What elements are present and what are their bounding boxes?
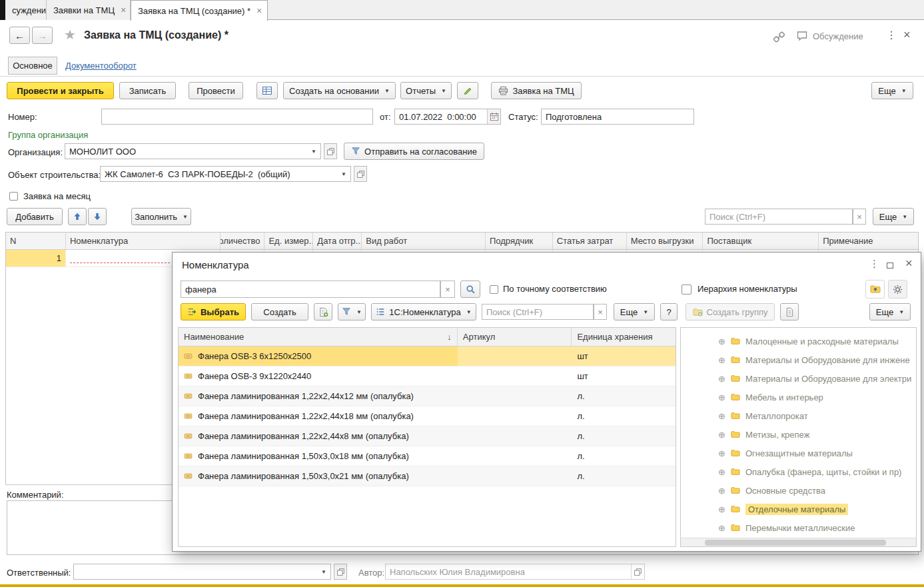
- select-button[interactable]: Выбрать: [181, 303, 246, 320]
- col-header[interactable]: Подрядчик: [486, 233, 553, 249]
- dialog-close-icon[interactable]: ×: [905, 257, 913, 269]
- move-up-button[interactable]: [68, 208, 87, 225]
- tree-item[interactable]: ⊕ Малоценные и расходные материалы: [681, 332, 916, 350]
- dialog-menu-icon[interactable]: ⋮: [869, 259, 879, 269]
- write-button[interactable]: Записать: [119, 82, 176, 99]
- window-tab-zayavka-create[interactable]: Заявка на ТМЦ (создание) * ×: [131, 0, 268, 21]
- col-header[interactable]: N: [6, 233, 66, 249]
- tree-item[interactable]: ⊕ Мебель и интерьер: [681, 388, 916, 406]
- col-header[interactable]: Номенклатура: [66, 233, 221, 249]
- form-close-icon[interactable]: ×: [903, 29, 911, 41]
- expand-icon[interactable]: ⊕: [718, 374, 725, 384]
- discussion-button[interactable]: Обсуждение: [797, 31, 863, 41]
- tree-item[interactable]: ⊕ Металлопрокат: [681, 406, 916, 425]
- list-row[interactable]: Фанера ламинированная 1,50х3,0х18 мм (оп…: [179, 446, 676, 466]
- add-row-button[interactable]: Добавить: [7, 208, 63, 225]
- list-row[interactable]: Фанера ламинированная 1,50х3,0х21 мм (оп…: [179, 466, 676, 486]
- dialog-list-search-input[interactable]: Поиск (Ctrl+F): [482, 304, 594, 320]
- tree-item[interactable]: ⊕ Перемычки металлические: [681, 518, 916, 537]
- col-header[interactable]: Вид работ: [362, 233, 486, 249]
- chevron-down-icon[interactable]: ▼: [317, 569, 326, 575]
- grid-more-button[interactable]: Еще ▼: [873, 208, 914, 225]
- tree-item[interactable]: ⊕ Материалы и Оборудование для инжене: [681, 350, 916, 369]
- tree-horizontal-scrollbar[interactable]: [681, 538, 916, 546]
- tree-item[interactable]: ⊕ Основные средства: [681, 481, 916, 500]
- link-icon[interactable]: [773, 31, 785, 43]
- expand-icon[interactable]: ⊕: [718, 504, 725, 514]
- col-header[interactable]: Статья затрат: [553, 233, 627, 249]
- chevron-down-icon[interactable]: ▼: [307, 149, 316, 155]
- list-row[interactable]: Фанера OSB-3 6х1250х2500 шт: [179, 346, 676, 366]
- post-and-close-button[interactable]: Провести и закрыть: [7, 82, 114, 99]
- post-button[interactable]: Провести: [189, 82, 243, 99]
- author-field[interactable]: Напольских Юлия Владимировна: [385, 564, 645, 580]
- create-button[interactable]: Создать: [251, 303, 308, 320]
- source-selector-button[interactable]: 1С:Номенклатура ▼: [371, 303, 476, 320]
- organization-combo[interactable]: МОНОЛИТ ООО ▼: [65, 143, 321, 159]
- reports-button[interactable]: Отчеты ▼: [400, 82, 452, 99]
- dialog-more-button[interactable]: Еще ▼: [614, 303, 655, 320]
- col-header-unit[interactable]: Единица хранения: [572, 328, 676, 346]
- list-row[interactable]: Фанера ламинированная 1,22х2,44х18 мм (о…: [179, 406, 676, 426]
- tree-item-highlighted[interactable]: ⊕ Отделочные материалы: [681, 500, 916, 518]
- forward-button[interactable]: →: [32, 27, 53, 44]
- tab-docflow[interactable]: Документооборот: [65, 61, 137, 71]
- hierarchy-checkbox[interactable]: [682, 285, 692, 294]
- dialog-list-search-clear-button[interactable]: ×: [594, 304, 607, 320]
- scrollbar-thumb[interactable]: [705, 540, 886, 546]
- col-header-name[interactable]: Наименование ↓: [179, 328, 458, 346]
- tree-copy-button[interactable]: [780, 303, 799, 320]
- grid-search-clear-button[interactable]: ×: [853, 209, 866, 225]
- toolbar-more-button[interactable]: Еще ▼: [871, 82, 913, 99]
- construction-object-combo[interactable]: ЖК Самолет-6 СЗ ПАРК-ПОБЕДЫ-2 (общий) ▼: [100, 166, 351, 182]
- construction-object-open-button[interactable]: [354, 166, 367, 182]
- expand-icon[interactable]: ⊕: [718, 467, 725, 477]
- calendar-button[interactable]: [487, 109, 500, 124]
- col-header[interactable]: Ед. измер...: [264, 233, 313, 249]
- col-header[interactable]: Место выгрузки: [627, 233, 703, 249]
- expand-icon[interactable]: ⊕: [718, 486, 725, 496]
- tree-item[interactable]: ⊕ Материалы и Оборудование для электри: [681, 369, 916, 388]
- monthly-request-checkbox[interactable]: [9, 192, 18, 201]
- send-for-approval-button[interactable]: Отправить на согласование: [344, 143, 484, 160]
- responsible-combo[interactable]: ▼: [73, 564, 331, 580]
- go-to-folder-button[interactable]: [865, 280, 885, 298]
- edit-pencil-button[interactable]: [457, 82, 478, 99]
- expand-icon[interactable]: ⊕: [718, 392, 725, 402]
- create-copy-button[interactable]: [314, 303, 332, 320]
- number-field[interactable]: [101, 109, 373, 125]
- header-menu-icon[interactable]: ⋮: [886, 30, 897, 41]
- responsible-open-button[interactable]: [334, 564, 347, 580]
- author-open-button[interactable]: [631, 564, 644, 579]
- tree-more-button[interactable]: Еще ▼: [869, 303, 911, 320]
- expand-icon[interactable]: ⊕: [718, 355, 725, 365]
- print-request-button[interactable]: Заявка на ТМЦ: [491, 82, 582, 99]
- show-movements-button[interactable]: [256, 82, 278, 99]
- exact-match-checkbox[interactable]: [490, 285, 498, 294]
- chevron-down-icon[interactable]: ▼: [337, 171, 346, 177]
- create-group-button[interactable]: Создать группу: [686, 303, 775, 320]
- col-header[interactable]: Поставщик: [703, 233, 819, 249]
- col-header[interactable]: Количество: [221, 233, 265, 249]
- tree-item[interactable]: ⊕ Метизы, крепеж: [681, 425, 916, 444]
- tab-main[interactable]: Основное: [8, 57, 57, 75]
- expand-icon[interactable]: ⊕: [718, 523, 725, 533]
- dialog-search-clear-button[interactable]: ×: [440, 281, 455, 298]
- col-header-article[interactable]: Артикул: [458, 328, 572, 346]
- back-button[interactable]: ←: [9, 27, 30, 44]
- dialog-search-button[interactable]: [460, 281, 480, 298]
- create-based-on-button[interactable]: Создать на основании ▼: [283, 82, 396, 99]
- dialog-maximize-icon[interactable]: [887, 261, 893, 271]
- window-tab-clipped[interactable]: суждения: [5, 0, 47, 20]
- list-row[interactable]: Фанера ламинированная 1,22х2,44х12 мм (о…: [179, 386, 676, 406]
- list-row[interactable]: Фанера ламинированная 1,22х2,44х8 мм (оп…: [179, 426, 676, 446]
- expand-icon[interactable]: ⊕: [718, 430, 725, 440]
- expand-icon[interactable]: ⊕: [718, 411, 725, 421]
- tree-item[interactable]: ⊕ Огнезащитные материалы: [681, 444, 916, 462]
- col-header[interactable]: Дата отгр...: [313, 233, 362, 249]
- status-field[interactable]: Подготовлена: [541, 109, 694, 125]
- favorite-star-icon[interactable]: ★: [64, 27, 76, 43]
- fill-button[interactable]: Заполнить ▼: [131, 208, 191, 225]
- date-field[interactable]: 01.07.2022 0:00:00: [394, 109, 501, 125]
- window-tab-zayavki-list[interactable]: Заявки на ТМЦ ×: [47, 0, 131, 20]
